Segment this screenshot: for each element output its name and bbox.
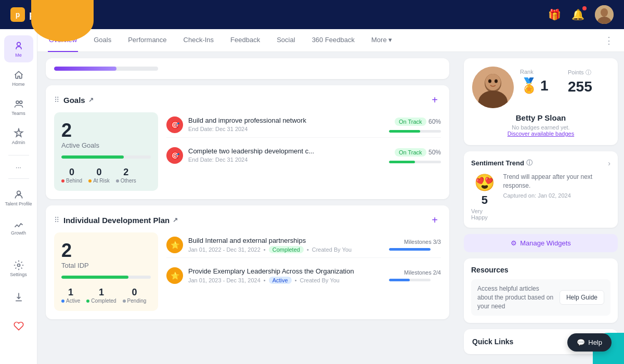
notification-badge bbox=[582, 6, 587, 10]
svg-point-12 bbox=[485, 74, 501, 90]
idp-title-1: Build Internal and external partnerships bbox=[188, 237, 384, 244]
goals-progress-fill bbox=[61, 155, 124, 159]
drag-handle-goals[interactable]: ⠿ bbox=[54, 96, 59, 104]
dot-yellow bbox=[88, 179, 92, 183]
main-layout: Me Home Teams Admin ··· Talent Profile G… bbox=[0, 29, 624, 364]
profile-top: Rank 🏅 1 Points ⓘ bbox=[472, 67, 609, 108]
sidebar-dots[interactable]: ··· bbox=[4, 161, 33, 173]
goal-title-2: Complete two leadership development c... bbox=[188, 147, 384, 155]
sidebar-label-home: Home bbox=[12, 82, 24, 87]
goals-external-link[interactable]: ↗ bbox=[88, 96, 94, 103]
tab-checkins[interactable]: Check-Ins bbox=[183, 29, 215, 52]
rank-label: Rank bbox=[520, 69, 562, 75]
dot-gray bbox=[116, 179, 119, 183]
dot-blue bbox=[61, 300, 64, 303]
milestone-badge-2: Milestones 2/4 bbox=[404, 269, 441, 276]
profile-avatar bbox=[472, 67, 514, 108]
sidebar-item-health[interactable] bbox=[4, 313, 33, 340]
goal-status-badge-1: On Track bbox=[395, 118, 426, 126]
help-label: Help bbox=[588, 339, 602, 346]
tab-more[interactable]: More ▾ bbox=[370, 29, 393, 52]
points-value: 255 bbox=[568, 79, 609, 95]
milestone-bar-2 bbox=[389, 279, 431, 281]
tab-social[interactable]: Social bbox=[276, 29, 296, 52]
idp-item-1[interactable]: ⭐ Build Internal and external partnershi… bbox=[166, 232, 441, 258]
help-guide-button[interactable]: Help Guide bbox=[560, 290, 604, 305]
goals-add-button[interactable]: + bbox=[428, 94, 441, 106]
idp-meta-2: Jan 01, 2023 - Dec 31, 2024 • Active • C… bbox=[188, 277, 384, 284]
goal-title-1: Build and improve professional network bbox=[188, 116, 384, 124]
sidebar-item-growth[interactable]: Growth bbox=[4, 213, 33, 240]
user-avatar[interactable] bbox=[595, 5, 614, 24]
goal-pct-1: 60% bbox=[428, 118, 441, 125]
idp-progress-area-2: Milestones 2/4 bbox=[389, 267, 441, 281]
svg-point-4 bbox=[16, 101, 19, 103]
manage-widgets-button[interactable]: ⚙ Manage Widgets bbox=[464, 234, 618, 252]
tab-feedback[interactable]: Feedback bbox=[229, 29, 261, 52]
idp-progress-fill bbox=[61, 276, 128, 279]
discover-badges-link[interactable]: Discover available badges bbox=[508, 131, 574, 137]
goal-icon-1: 🎯 bbox=[166, 116, 183, 133]
idp-external-link[interactable]: ↗ bbox=[173, 216, 178, 224]
resources-card: Resources Access helpful articles about … bbox=[464, 258, 618, 323]
goal-date-2: End Date: Dec 31 2024 bbox=[188, 157, 384, 163]
tab-performance[interactable]: Performance bbox=[127, 29, 167, 52]
gift-icon[interactable]: 🎁 bbox=[548, 8, 561, 21]
progress-track bbox=[54, 67, 158, 71]
rank-icon: 🏅 bbox=[520, 77, 538, 94]
top-bar: p primepay 🎁 🔔 bbox=[0, 0, 624, 29]
points-info-icon: ⓘ bbox=[586, 69, 591, 75]
tab-360feedback[interactable]: 360 Feedback bbox=[311, 29, 356, 52]
sidebar-item-download[interactable] bbox=[4, 284, 33, 311]
sidebar-label-growth: Growth bbox=[11, 230, 26, 236]
tab-goals[interactable]: Goals bbox=[93, 29, 112, 52]
sentiment-body: 😍 5 Very Happy Trend will appear after y… bbox=[471, 173, 610, 220]
idp-add-button[interactable]: + bbox=[428, 214, 441, 226]
content-area: ⠿ Goals ↗ + 2 Active Goals bbox=[37, 52, 624, 364]
sidebar-item-talent[interactable]: Talent Profile bbox=[4, 184, 33, 211]
svg-point-3 bbox=[17, 42, 20, 46]
dot-green bbox=[86, 300, 89, 303]
sentiment-chevron[interactable]: › bbox=[608, 159, 610, 167]
sidebar-label-me: Me bbox=[15, 53, 22, 58]
goal-pct-2: 50% bbox=[428, 149, 441, 156]
profile-points-block: Points ⓘ 255 bbox=[568, 69, 609, 95]
goal-status-badge-2: On Track bbox=[395, 148, 426, 157]
sidebar-item-admin[interactable]: Admin bbox=[4, 123, 33, 150]
idp-item-2[interactable]: ⭐ Provide Exemplary Leadership Across th… bbox=[166, 263, 441, 288]
drag-handle-idp[interactable]: ⠿ bbox=[54, 216, 59, 224]
sidebar-item-teams[interactable]: Teams bbox=[4, 94, 33, 121]
nav-kebab[interactable]: ⋮ bbox=[604, 35, 614, 46]
idp-progress-bar bbox=[61, 276, 151, 279]
goal-icon-2: 🎯 bbox=[166, 147, 183, 164]
sidebar-label-talent: Talent Profile bbox=[5, 201, 32, 206]
svg-point-14 bbox=[495, 80, 498, 83]
sentiment-trend-text: Trend will appear after your next respon… bbox=[503, 173, 610, 190]
goal-bar-fill-1 bbox=[389, 130, 420, 133]
sentiment-label: Very Happy bbox=[471, 208, 498, 220]
stat-at-risk: 0 At Risk bbox=[88, 167, 110, 184]
milestone-bar-1 bbox=[389, 248, 431, 251]
goal-date-1: End Date: Dec 31 2024 bbox=[188, 126, 384, 132]
stat-others: 2 Others bbox=[116, 167, 136, 184]
sidebar-item-home[interactable]: Home bbox=[4, 64, 33, 92]
goal-item-2[interactable]: 🎯 Complete two leadership development c.… bbox=[166, 143, 441, 168]
sidebar-label-admin: Admin bbox=[12, 140, 25, 145]
goal-info-1: Build and improve professional network E… bbox=[188, 116, 384, 132]
notification-icon[interactable]: 🔔 bbox=[571, 8, 584, 21]
goals-list: 🎯 Build and improve professional network… bbox=[166, 112, 441, 191]
sub-nav: Overview Goals Performance Check-Ins Fee… bbox=[37, 29, 624, 52]
stat-completed: 1 Completed bbox=[86, 287, 116, 304]
help-button[interactable]: 💬 Help bbox=[567, 333, 612, 352]
profile-rank-block: Rank 🏅 1 bbox=[520, 69, 562, 95]
sidebar-item-me[interactable]: Me bbox=[4, 35, 33, 62]
stat-active: 1 Active bbox=[61, 287, 80, 304]
goal-item-1[interactable]: 🎯 Build and improve professional network… bbox=[166, 112, 441, 138]
goal-bar-1 bbox=[389, 130, 441, 133]
resource-description: Access helpful articles about the produc… bbox=[477, 284, 554, 310]
goal-progress-2: On Track 50% bbox=[389, 147, 441, 163]
idp-title: Individual Development Plan ↗ bbox=[63, 216, 178, 225]
goal-info-2: Complete two leadership development c...… bbox=[188, 147, 384, 163]
idp-progress-area-1: Milestones 3/3 bbox=[389, 237, 441, 251]
sidebar-item-settings[interactable]: Settings bbox=[4, 255, 33, 282]
